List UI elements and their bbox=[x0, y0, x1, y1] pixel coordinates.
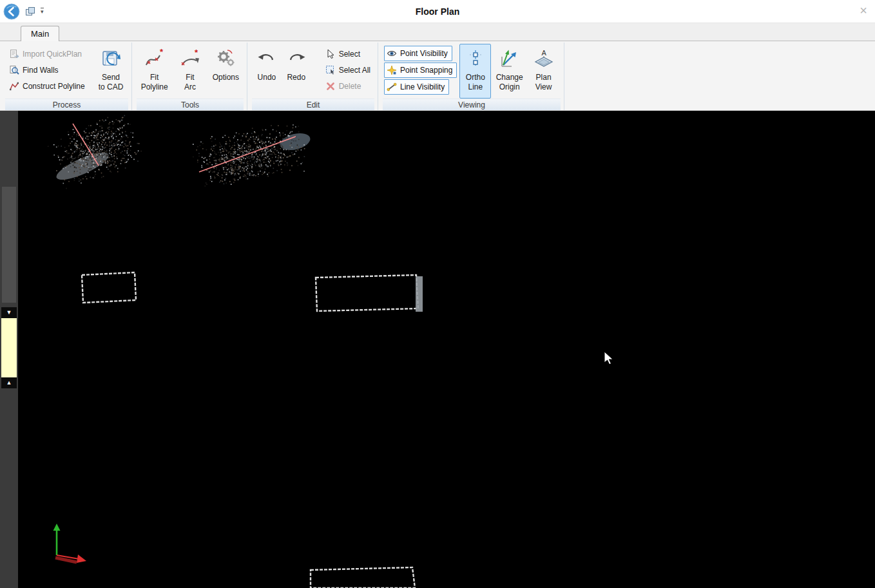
viewing-group-label: Viewing bbox=[383, 99, 561, 110]
undo-button[interactable]: Undo bbox=[253, 44, 280, 99]
plan-view-button[interactable]: A Plan View bbox=[528, 44, 559, 99]
point-visibility-toggle[interactable]: Point Visibility bbox=[384, 46, 452, 61]
fit-polyline-label-line1: Fit bbox=[150, 73, 159, 82]
select-all-button[interactable]: Select All bbox=[323, 64, 373, 77]
plan-view-label-line2: View bbox=[535, 82, 552, 91]
plan-view-label-line1: Plan bbox=[536, 73, 552, 82]
ortho-line-label-line1: Ortho bbox=[466, 73, 485, 82]
construct-polyline-label: Construct Polyline bbox=[23, 82, 85, 91]
select-cursor-icon bbox=[325, 49, 336, 59]
plan-view-icon: A bbox=[534, 48, 554, 70]
fit-arc-button[interactable]: * Fit Arc bbox=[173, 44, 206, 99]
back-button[interactable] bbox=[3, 3, 20, 20]
import-quickplan-icon bbox=[9, 49, 19, 59]
find-walls-button[interactable]: Find Walls bbox=[6, 64, 92, 77]
redo-button[interactable]: Redo bbox=[283, 44, 310, 99]
fit-polyline-icon: * bbox=[144, 48, 165, 70]
tools-group-label: Tools bbox=[137, 99, 244, 110]
wall-slab bbox=[416, 276, 423, 312]
select-button[interactable]: Select bbox=[323, 48, 373, 61]
delete-label: Delete bbox=[339, 82, 361, 91]
line-visibility-label: Line Visibility bbox=[400, 82, 445, 91]
send-to-cad-icon bbox=[101, 48, 121, 70]
select-all-label: Select All bbox=[339, 66, 370, 75]
triangle-down-icon: ▼ bbox=[6, 309, 12, 316]
point-cloud-canvas[interactable] bbox=[18, 111, 875, 588]
svg-text:*: * bbox=[160, 48, 164, 57]
window-title: Floor Plan bbox=[0, 6, 875, 17]
svg-text:*: * bbox=[195, 48, 198, 57]
send-to-cad-label-line1: Send bbox=[102, 73, 120, 82]
delete-button[interactable]: Delete bbox=[323, 80, 373, 93]
elevation-slider-thumb[interactable] bbox=[2, 187, 16, 303]
windows-stack-icon bbox=[25, 6, 35, 17]
change-origin-icon bbox=[499, 48, 520, 70]
send-to-cad-label-line2: to CAD bbox=[99, 82, 124, 91]
tab-main[interactable]: Main bbox=[21, 26, 59, 41]
ribbon: Import QuickPlan Find Walls bbox=[0, 41, 875, 111]
construct-polyline-icon bbox=[9, 81, 19, 91]
fit-arc-label-line1: Fit bbox=[186, 73, 194, 82]
point-cloud-2 bbox=[193, 124, 312, 187]
line-visibility-icon bbox=[387, 82, 397, 92]
point-visibility-label: Point Visibility bbox=[400, 49, 448, 58]
ribbon-group-process: Import QuickPlan Find Walls bbox=[5, 43, 132, 110]
redo-icon bbox=[286, 48, 307, 70]
change-origin-label-line1: Change bbox=[496, 73, 523, 82]
title-bar: ▾ Floor Plan × bbox=[0, 0, 875, 23]
fit-arc-label-line2: Arc bbox=[184, 82, 196, 91]
delete-x-icon bbox=[325, 81, 336, 91]
find-walls-icon bbox=[9, 65, 19, 75]
select-label: Select bbox=[339, 50, 360, 59]
point-snapping-icon bbox=[387, 65, 397, 75]
construct-polyline-button[interactable]: Construct Polyline bbox=[6, 80, 92, 93]
fit-polyline-label-line2: Polyline bbox=[141, 82, 168, 91]
options-gears-icon bbox=[215, 48, 236, 70]
room-outline-2[interactable] bbox=[316, 275, 418, 311]
slider-down-button[interactable]: ▼ bbox=[1, 307, 17, 318]
mouse-cursor bbox=[604, 352, 613, 365]
import-quickplan-button[interactable]: Import QuickPlan bbox=[6, 48, 92, 61]
ribbon-group-viewing: Point Visibility Point Snapping bbox=[383, 43, 564, 110]
svg-text:A: A bbox=[541, 49, 546, 57]
line-visibility-toggle[interactable]: Line Visibility bbox=[384, 79, 449, 95]
send-to-cad-button[interactable]: Send to CAD bbox=[95, 44, 127, 99]
ribbon-group-edit: Undo Redo Select bbox=[252, 43, 378, 110]
ribbon-group-tools: * Fit Polyline * Fit Arc bbox=[137, 43, 247, 110]
viewport[interactable] bbox=[18, 111, 875, 588]
close-button[interactable]: × bbox=[860, 4, 867, 17]
ortho-line-label-line2: Line bbox=[468, 82, 483, 91]
back-arrow-icon bbox=[3, 3, 20, 20]
redo-label: Redo bbox=[287, 73, 305, 82]
workspace: ▼ ▲ bbox=[0, 111, 875, 588]
change-origin-label-line2: Origin bbox=[499, 82, 520, 91]
partial-room-outline[interactable] bbox=[311, 567, 415, 588]
triangle-up-icon: ▲ bbox=[6, 379, 12, 386]
change-origin-button[interactable]: Change Origin bbox=[494, 44, 525, 99]
slider-up-button[interactable]: ▲ bbox=[1, 377, 17, 388]
point-cloud-1 bbox=[48, 115, 142, 189]
edit-group-label: Edit bbox=[252, 99, 374, 110]
elevation-range-highlight[interactable] bbox=[1, 318, 17, 377]
point-visibility-eye-icon bbox=[387, 48, 397, 59]
undo-label: Undo bbox=[258, 73, 276, 82]
point-snapping-label: Point Snapping bbox=[400, 66, 452, 75]
ribbon-tab-bar: Main bbox=[0, 23, 875, 41]
axis-indicator bbox=[53, 524, 87, 563]
quick-access-app-icon[interactable] bbox=[25, 6, 35, 17]
quick-access-caret-icon[interactable]: ▾ bbox=[41, 8, 44, 15]
find-walls-label: Find Walls bbox=[23, 66, 59, 75]
select-all-icon bbox=[325, 65, 336, 75]
fit-arc-icon: * bbox=[180, 48, 200, 70]
room-outline-1[interactable] bbox=[82, 272, 136, 303]
options-label: Options bbox=[213, 73, 239, 82]
ortho-line-icon bbox=[465, 48, 486, 70]
fit-polyline-button[interactable]: * Fit Polyline bbox=[138, 44, 171, 99]
process-group-label: Process bbox=[5, 99, 128, 110]
ortho-line-toggle[interactable]: Ortho Line bbox=[459, 44, 491, 99]
point-snapping-toggle[interactable]: Point Snapping bbox=[384, 62, 457, 78]
elevation-slider[interactable]: ▼ ▲ bbox=[0, 111, 18, 588]
options-button[interactable]: Options bbox=[209, 44, 242, 99]
undo-icon bbox=[256, 48, 277, 70]
import-quickplan-label: Import QuickPlan bbox=[23, 50, 82, 59]
